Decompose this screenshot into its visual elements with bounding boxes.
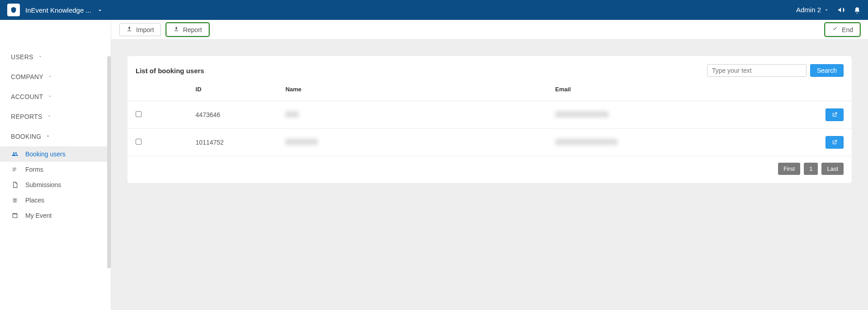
logo-icon	[7, 4, 20, 16]
sidebar-section-label: BOOKING	[11, 133, 41, 140]
booking-users-card: List of booking users Search ID Name Ema…	[127, 56, 852, 183]
open-row-button[interactable]	[826, 136, 844, 149]
chevron-down-icon	[47, 94, 52, 99]
sidebar-item-my-event[interactable]: My Event	[0, 208, 111, 223]
download-icon	[173, 26, 179, 33]
search-input[interactable]	[707, 64, 807, 77]
report-label: Report	[183, 26, 202, 33]
users-table: ID Name Email 4473646	[127, 81, 852, 156]
end-label: End	[842, 26, 853, 33]
column-email: Email	[547, 81, 807, 101]
sidebar-item-label: Forms	[25, 166, 43, 173]
column-name: Name	[277, 81, 547, 101]
cell-email-redacted	[555, 139, 618, 145]
pagination: First 1 Last	[127, 156, 852, 175]
sidebar-section-company[interactable]: COMPANY	[0, 67, 111, 87]
column-id: ID	[188, 81, 278, 101]
page-last-button[interactable]: Last	[821, 163, 844, 175]
users-icon	[11, 151, 19, 157]
sidebar-section-label: REPORTS	[11, 113, 42, 120]
import-label: Import	[136, 26, 154, 33]
topbar-left: InEvent Knowledge ...	[7, 4, 103, 16]
places-icon	[11, 197, 19, 203]
sidebar-section-label: COMPANY	[11, 73, 43, 80]
sidebar-item-places[interactable]: Places	[0, 193, 111, 208]
sidebar-section-booking[interactable]: BOOKING	[0, 127, 111, 146]
end-button[interactable]: End	[825, 23, 860, 36]
sidebar-item-forms[interactable]: Forms	[0, 162, 111, 177]
sidebar-item-label: Submissions	[25, 181, 61, 188]
table-row: 10114752	[127, 129, 852, 156]
forms-icon	[11, 166, 19, 173]
submissions-icon	[11, 181, 19, 188]
sidebar-section-reports[interactable]: REPORTS	[0, 107, 111, 127]
page-first-button[interactable]: First	[778, 163, 800, 175]
sidebar-item-label: My Event	[25, 212, 52, 219]
cell-email-redacted	[555, 111, 609, 117]
card-title: List of booking users	[136, 67, 204, 75]
brand-dropdown-icon[interactable]	[97, 6, 103, 14]
cell-name-redacted	[285, 139, 318, 145]
check-icon	[832, 26, 838, 33]
main-area: Import Report End List of booking	[111, 20, 868, 310]
chevron-down-icon	[48, 74, 52, 80]
row-checkbox[interactable]	[136, 111, 142, 117]
page-number-button[interactable]: 1	[804, 163, 818, 175]
sidebar-item-label: Places	[25, 197, 44, 204]
sidebar: USERS COMPANY ACCOUNT REPORTS BOOKING	[0, 20, 111, 310]
topbar: InEvent Knowledge ... Admin 2	[0, 0, 868, 20]
chevron-down-icon	[38, 54, 42, 60]
cell-id: 10114752	[188, 129, 278, 156]
cell-id: 4473646	[188, 101, 278, 129]
sidebar-section-account[interactable]: ACCOUNT	[0, 87, 111, 107]
sidebar-scrollbar[interactable]	[107, 56, 111, 268]
cell-name-redacted	[285, 111, 299, 117]
table-row: 4473646	[127, 101, 852, 129]
open-row-button[interactable]	[826, 108, 844, 121]
topbar-right: Admin 2	[796, 6, 861, 14]
upload-icon	[126, 26, 132, 33]
announce-icon[interactable]	[837, 6, 845, 14]
chevron-up-icon	[46, 134, 50, 139]
actionbar: Import Report End	[111, 20, 868, 40]
bell-icon[interactable]	[854, 6, 861, 14]
search-button[interactable]: Search	[810, 64, 844, 77]
chevron-down-icon	[47, 114, 52, 119]
sidebar-item-booking-users[interactable]: Booking users	[0, 146, 111, 162]
sidebar-item-submissions[interactable]: Submissions	[0, 177, 111, 193]
report-button[interactable]: Report	[166, 23, 209, 36]
sidebar-section-label: ACCOUNT	[11, 93, 43, 100]
user-menu[interactable]: Admin 2	[796, 6, 829, 14]
import-button[interactable]: Import	[119, 23, 161, 36]
sidebar-item-label: Booking users	[25, 150, 66, 158]
brand-title: InEvent Knowledge ...	[25, 6, 91, 14]
event-icon	[11, 212, 19, 219]
user-label: Admin 2	[796, 6, 821, 14]
row-checkbox[interactable]	[136, 139, 142, 145]
sidebar-section-label: USERS	[11, 53, 33, 61]
sidebar-section-users[interactable]: USERS	[0, 47, 111, 67]
